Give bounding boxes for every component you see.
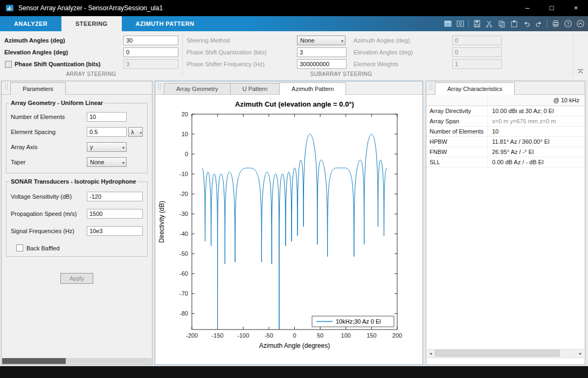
signal-frequencies-input[interactable] — [87, 226, 143, 236]
tab-parameters[interactable]: Parameters — [10, 82, 66, 95]
window-bottom-strip — [0, 366, 588, 378]
x-axis-label: Azimuth Angle (degrees) — [259, 342, 330, 349]
pattern-panel: Array Geometry U Pattern Azimuth Pattern… — [155, 81, 423, 365]
characteristics-panel-header: Array Characteristics — [426, 81, 585, 95]
x-tick-label: -100 — [237, 332, 249, 339]
tab-steering[interactable]: STEERING — [61, 16, 121, 31]
close-button[interactable]: × — [564, 0, 588, 16]
array-axis-select[interactable]: y ▾ — [87, 142, 127, 152]
undo-icon[interactable] — [522, 19, 531, 28]
table-row: Array Directivity 10.00 dBi at 30 Az; 0 … — [426, 106, 585, 116]
minimize-button[interactable]: – — [515, 0, 539, 16]
tab-analyzer[interactable]: ANALYZER — [0, 16, 61, 31]
ribbon-collapse-icon[interactable] — [577, 69, 584, 74]
print-icon[interactable] — [551, 19, 560, 28]
y-axis-label: Directivity (dB) — [158, 201, 165, 243]
propagation-speed-label: Propagation Speed (m/s) — [11, 211, 87, 217]
y-tick-label: 0 — [185, 151, 188, 157]
tab-azimuth-pattern[interactable]: AZIMUTH PATTERN — [122, 16, 209, 31]
copy-icon[interactable] — [497, 19, 506, 28]
tab-array-characteristics[interactable]: Array Characteristics — [435, 82, 515, 95]
characteristics-table: @ 10 kHz Array Directivity 10.00 dBi at … — [426, 95, 585, 167]
steering-method-select[interactable]: None ▾ — [297, 36, 345, 45]
phase-shift-quantization-input[interactable] — [123, 59, 178, 69]
toolbar-separator — [547, 19, 548, 28]
element-spacing-label: Element Spacing — [11, 129, 87, 135]
x-tick-label: 200 — [392, 332, 402, 339]
ribbon-divider — [573, 33, 573, 76]
y-tick-label: 20 — [182, 111, 188, 117]
cut-icon[interactable] — [485, 19, 494, 28]
help-icon[interactable]: ? — [564, 19, 572, 28]
x-tick-label: -150 — [212, 332, 224, 339]
collapse-toolstrip-icon[interactable] — [576, 19, 585, 28]
app-icon — [5, 4, 14, 12]
apply-button[interactable]: Apply — [60, 273, 94, 284]
chart-area: -200-150-100-5005010015020020100-10-20-3… — [155, 95, 423, 365]
subarray-elevation-angles-input[interactable] — [452, 47, 502, 57]
element-spacing-input[interactable] — [87, 127, 127, 137]
panel-grip[interactable] — [430, 83, 432, 90]
panel-grip[interactable] — [158, 83, 161, 90]
scroll-left-icon[interactable]: ◂ — [427, 349, 434, 358]
table-row: Array Span x=0 m y=675 mm z=0 m — [426, 116, 585, 127]
ribbon-divider — [182, 33, 183, 76]
elevation-angles-label: Elevation Angles (deg) — [4, 47, 68, 57]
pattern-panel-header: Array Geometry U Pattern Azimuth Pattern — [155, 81, 423, 95]
parameters-horizontal-scrollbar[interactable] — [2, 358, 151, 364]
maximize-button[interactable]: □ — [539, 0, 564, 16]
azimuth-angles-input[interactable] — [123, 36, 178, 45]
y-tick-label: -50 — [179, 250, 188, 257]
svg-text:?: ? — [566, 21, 569, 26]
element-spacing-unit-select[interactable]: λ ▾ — [128, 127, 143, 137]
element-weights-input[interactable] — [452, 59, 502, 69]
tab-u-pattern[interactable]: U Pattern — [230, 83, 280, 94]
scroll-right-icon[interactable]: ▸ — [577, 349, 584, 358]
phase-shift-quantization-checkbox[interactable] — [5, 61, 12, 68]
table-header-row: @ 10 kHz — [426, 95, 585, 106]
default-layout-icon[interactable] — [444, 19, 452, 28]
scrollbar-thumb[interactable] — [2, 358, 66, 364]
plot-box — [192, 114, 397, 330]
title-bar: Sensor Array Analyzer - SensorArraySessi… — [0, 0, 588, 16]
propagation-speed-input[interactable] — [87, 209, 143, 219]
number-of-elements-input[interactable] — [87, 112, 127, 122]
table-row: Number of Elements 10 — [426, 127, 585, 137]
table-row: FNBW 26.95° Az / -° El — [426, 147, 585, 157]
subarray-quantization-input[interactable] — [297, 47, 347, 57]
signal-frequencies-label: Signal Frequencies (Hz) — [11, 228, 87, 234]
tab-azimuth-pattern-view[interactable]: Azimuth Pattern — [279, 82, 346, 95]
x-tick-label: 150 — [366, 332, 376, 339]
sonar-transducers-group-title: SONAR Transducers - Isotropic Hydrophone — [9, 178, 137, 185]
paste-icon[interactable] — [510, 19, 518, 28]
panel-grip[interactable] — [5, 83, 8, 90]
characteristics-horizontal-scrollbar[interactable]: ◂ ▸ — [427, 349, 584, 358]
save-icon[interactable] — [473, 19, 481, 28]
subarray-elevation-angles-label: Elevation Angles (deg) — [354, 47, 413, 57]
array-axis-label: Array Axis — [11, 144, 87, 150]
redo-icon[interactable] — [535, 19, 543, 28]
x-tick-label: 0 — [293, 332, 296, 339]
chevron-down-icon: ▾ — [140, 129, 142, 137]
array-geometry-group: Array Geometry - Uniform Linear Number o… — [6, 100, 148, 173]
phase-shifter-frequency-label: Phase Shifter Frequency (Hz) — [186, 59, 265, 69]
back-baffled-checkbox[interactable] — [16, 244, 23, 251]
characteristics-panel: Array Characteristics @ 10 kHz Array Dir… — [426, 81, 585, 365]
voltage-sensitivity-input[interactable] — [87, 192, 143, 201]
phase-shifter-frequency-input[interactable] — [297, 59, 347, 69]
taper-select[interactable]: None ▾ — [87, 157, 127, 167]
back-baffled-label: Back Baffled — [26, 245, 60, 251]
x-tick-label: -50 — [265, 332, 273, 339]
tab-array-geometry[interactable]: Array Geometry — [164, 83, 231, 94]
y-tick-label: -60 — [179, 270, 188, 277]
scrollbar-thumb[interactable] — [435, 350, 559, 356]
screenshot-icon[interactable] — [456, 19, 465, 28]
taper-label: Taper — [11, 159, 87, 165]
parameters-panel: Parameters Array Geometry - Uniform Line… — [1, 81, 153, 365]
quick-access-toolbar: ? — [444, 16, 585, 31]
window-controls: – □ × — [515, 0, 588, 16]
chevron-down-icon: ▾ — [122, 159, 124, 167]
elevation-angles-input[interactable] — [123, 47, 178, 57]
subarray-azimuth-angles-input[interactable] — [452, 36, 502, 45]
y-tick-label: -30 — [179, 211, 188, 217]
